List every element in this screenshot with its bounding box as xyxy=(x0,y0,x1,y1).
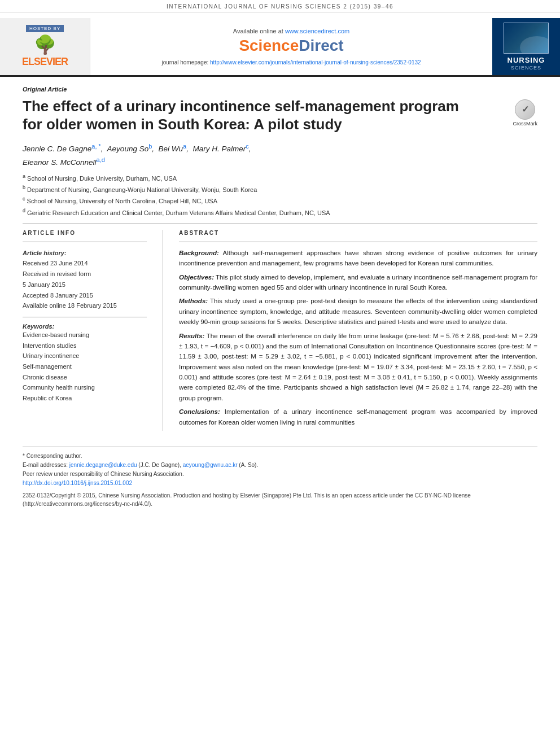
crossmark-icon: ✓ xyxy=(515,99,535,120)
crossmark-label: CrossMark xyxy=(513,121,537,126)
author5-name: Eleanor S. McConnell xyxy=(23,158,97,167)
author5-sup: a,d xyxy=(97,156,105,163)
corresponding-label: * Corresponding author. xyxy=(23,453,82,459)
journal-logo-area: NURSING SCIENCES xyxy=(492,18,560,75)
email2-link[interactable]: aeyoung@gwnu.ac.kr xyxy=(183,462,238,468)
abstract-conclusions: Conclusions: Implementation of a urinary… xyxy=(179,407,537,427)
elsevier-tree-icon: 🌳 xyxy=(34,36,56,54)
abstract-results: Results: The mean of the overall interfe… xyxy=(179,331,537,404)
author3-name: Bei Wu xyxy=(159,145,183,153)
doi-link-line: http://dx.doi.org/10.1016/j.ijnss.2015.0… xyxy=(23,479,537,488)
article-info-header: Article Info xyxy=(23,230,147,236)
journal-header-bar: International Journal of Nursing Science… xyxy=(0,0,560,12)
results-text: The mean of the overall interference on … xyxy=(179,333,537,401)
doi-link[interactable]: http://dx.doi.org/10.1016/j.ijnss.2015.0… xyxy=(23,480,132,486)
copyright-text: 2352-0132/Copyright © 2015, Chinese Nurs… xyxy=(23,491,537,508)
journal-header: Hosted By 🌳 ELSEVIER Available online at… xyxy=(0,12,560,77)
email-addresses: E-mail addresses: jennie.degagne@duke.ed… xyxy=(23,461,537,470)
science-text: Science xyxy=(239,37,299,54)
author2-sup: b xyxy=(148,143,152,150)
keyword-2: Intervention studies xyxy=(23,340,147,351)
author1-sup: a, * xyxy=(91,143,101,150)
keywords-list: Evidence-based nursing Intervention stud… xyxy=(23,330,147,404)
peer-review-text: Peer review under responsibility of Chin… xyxy=(23,470,537,479)
accepted-date: Accepted 8 January 2015 xyxy=(23,290,147,301)
objectives-text: This pilot study aimed to develop, imple… xyxy=(179,274,537,291)
sciencedirect-url[interactable]: www.sciencedirect.com xyxy=(285,28,349,34)
elsevier-branding: Hosted By 🌳 ELSEVIER xyxy=(0,18,90,75)
journal-logo-image xyxy=(504,23,549,54)
affiliation-a: a School of Nursing, Duke University, Du… xyxy=(23,172,537,184)
keywords-divider xyxy=(23,317,147,317)
keyword-7: Republic of Korea xyxy=(23,393,147,404)
available-online-text: Available online at www.sciencedirect.co… xyxy=(233,28,349,34)
affiliations: a School of Nursing, Duke University, Du… xyxy=(23,172,537,218)
hosted-by-badge: Hosted By xyxy=(26,25,64,32)
journal-homepage-url[interactable]: http://www.elsevier.com/journals/interna… xyxy=(210,59,421,65)
author3-sup: a xyxy=(183,143,186,150)
abstract-objectives: Objectives: This pilot study aimed to de… xyxy=(179,272,537,293)
history-label: Article history: xyxy=(23,248,147,259)
revised-label: Received in revised form xyxy=(23,269,147,279)
email2-name: (A. So). xyxy=(239,462,258,468)
methods-label: Methods: xyxy=(179,298,208,304)
journal-title: International Journal of Nursing Science… xyxy=(167,3,393,10)
objectives-label: Objectives: xyxy=(179,274,214,281)
sciencedirect-logo: ScienceDirect xyxy=(239,37,343,55)
keyword-5: Chronic disease xyxy=(23,372,147,383)
sciencedirect-center: Available online at www.sciencedirect.co… xyxy=(90,18,492,75)
two-column-section: Article Info Article history: Received 2… xyxy=(23,230,537,431)
article-info-column: Article Info Article history: Received 2… xyxy=(23,230,147,431)
email1-name: (J.C. De Gagne), xyxy=(138,462,181,468)
journal-logo-text-box: NURSING SCIENCES xyxy=(508,56,545,71)
received-date: Received 23 June 2014 xyxy=(23,258,147,269)
column-divider xyxy=(163,230,163,431)
background-label: Background: xyxy=(179,250,219,256)
abstract-header: Abstract xyxy=(179,230,537,236)
background-text: Although self-management approaches have… xyxy=(179,250,537,267)
journal-logo-line1: NURSING xyxy=(508,56,545,65)
email1-link[interactable]: jennie.degagne@duke.edu xyxy=(69,462,137,468)
keyword-6: Community health nursing xyxy=(23,382,147,393)
email-label: E-mail addresses: xyxy=(23,462,68,468)
author4-name: Mary H. Palmer xyxy=(193,145,246,153)
keyword-4: Self-management xyxy=(23,361,147,372)
section-divider xyxy=(23,224,537,224)
keyword-1: Evidence-based nursing xyxy=(23,330,147,340)
crossmark-area: ✓ CrossMark xyxy=(513,99,537,126)
abstract-methods: Methods: This study used a one-group pre… xyxy=(179,296,537,327)
conclusions-label: Conclusions: xyxy=(179,408,220,415)
keywords-section: Keywords: Evidence-based nursing Interve… xyxy=(23,323,147,404)
keyword-3: Urinary incontinence xyxy=(23,351,147,361)
affiliation-b: b Department of Nursing, Gangneung-Wonju… xyxy=(23,184,537,195)
methods-text: This study used a one-group pre- post-te… xyxy=(179,298,537,325)
corresponding-author: * Corresponding author. xyxy=(23,452,537,461)
author2-name: Aeyoung So xyxy=(107,145,149,153)
main-content: Original Article The effect of a urinary… xyxy=(0,77,560,436)
article-title: The effect of a urinary incontinence sel… xyxy=(23,97,463,134)
journal-logo-line2: SCIENCES xyxy=(508,65,545,71)
abstract-divider xyxy=(179,242,537,242)
abstract-text: Background: Although self-management app… xyxy=(179,248,537,427)
authors-line: Jennie C. De Gagnea, *, Aeyoung Sob, Bei… xyxy=(23,142,537,169)
abstract-background: Background: Although self-management app… xyxy=(179,248,537,269)
conclusions-text: Implementation of a urinary incontinence… xyxy=(179,408,537,425)
direct-text: Direct xyxy=(299,37,343,54)
keywords-label: Keywords: xyxy=(23,323,147,330)
affiliation-c: c School of Nursing, University of North… xyxy=(23,195,537,206)
author4-sup: c xyxy=(246,143,249,150)
section-type-label: Original Article xyxy=(23,86,537,93)
author1-name: Jennie C. De Gagne xyxy=(23,145,91,153)
elsevier-logo: ELSEVIER xyxy=(22,56,68,68)
footer: * Corresponding author. E-mail addresses… xyxy=(23,447,537,508)
abstract-column: Abstract Background: Although self-manag… xyxy=(179,230,537,431)
revised-date: 5 January 2015 xyxy=(23,279,147,290)
crossmark-badge[interactable]: ✓ CrossMark xyxy=(513,99,537,126)
article-history: Article history: Received 23 June 2014 R… xyxy=(23,248,147,311)
info-divider xyxy=(23,242,147,242)
available-online-date: Available online 18 February 2015 xyxy=(23,300,147,311)
affiliation-d: d Geriatric Research Education and Clini… xyxy=(23,207,537,218)
results-label: Results: xyxy=(179,333,204,339)
journal-homepage: journal homepage: http://www.elsevier.co… xyxy=(161,59,421,65)
